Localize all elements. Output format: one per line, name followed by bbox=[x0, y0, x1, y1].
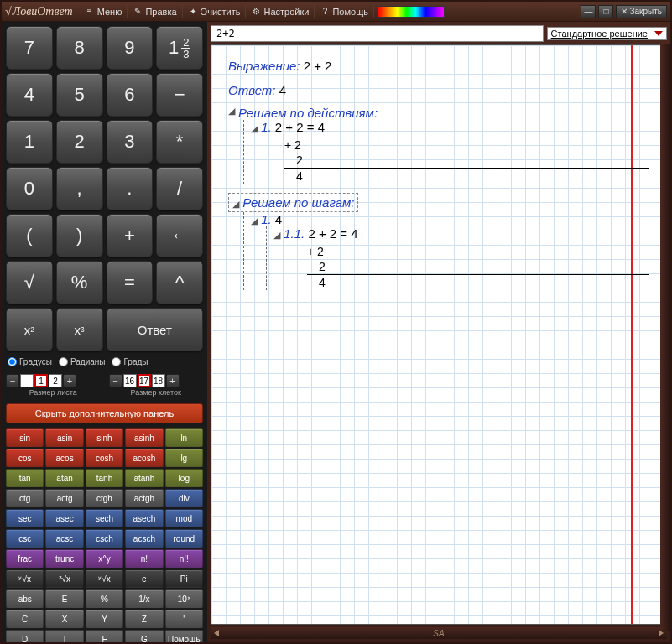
solution-mode-select[interactable]: Стандартное решение bbox=[547, 27, 667, 40]
mode-grads[interactable]: Грады bbox=[112, 357, 148, 366]
key-divide[interactable]: / bbox=[156, 167, 203, 210]
menu-edit[interactable]: ✎Правка bbox=[128, 5, 182, 18]
key-equals[interactable]: = bbox=[107, 261, 154, 304]
fn-asin[interactable]: asin bbox=[45, 428, 83, 447]
fn-asinh[interactable]: asinh bbox=[125, 428, 163, 447]
key-sqrt[interactable]: √ bbox=[6, 261, 53, 304]
fn-ctg[interactable]: ctg bbox=[6, 489, 44, 507]
cell-v1[interactable]: 17 bbox=[138, 374, 151, 387]
key-cube[interactable]: x3 bbox=[56, 308, 103, 351]
fn-csch[interactable]: csch bbox=[86, 529, 123, 548]
fn-1/x[interactable]: 1/x bbox=[125, 589, 163, 608]
fn-sin[interactable]: sin bbox=[6, 428, 44, 447]
fn-D[interactable]: D bbox=[6, 630, 44, 644]
mode-radians[interactable]: Радианы bbox=[59, 357, 106, 366]
fn-sec[interactable]: sec bbox=[6, 509, 44, 527]
fn-mod[interactable]: mod bbox=[165, 509, 203, 527]
fn-C[interactable]: C bbox=[6, 610, 44, 628]
key-plus[interactable]: + bbox=[107, 214, 154, 257]
fn-Pi[interactable]: Pi bbox=[165, 569, 203, 588]
cell-dec[interactable]: − bbox=[109, 374, 122, 387]
fn-tanh[interactable]: tanh bbox=[86, 469, 123, 487]
cell-v0[interactable]: 16 bbox=[123, 374, 137, 387]
fn-acsch[interactable]: acsch bbox=[125, 529, 163, 548]
maximize-button[interactable]: □ bbox=[598, 5, 613, 18]
fn-ʸ√x[interactable]: ʸ√x bbox=[6, 569, 44, 588]
key-multiply[interactable]: * bbox=[156, 120, 203, 164]
key-sq[interactable]: x2 bbox=[6, 308, 53, 351]
sheet-v0[interactable] bbox=[20, 374, 34, 387]
fn-atanh[interactable]: atanh bbox=[125, 469, 163, 487]
key-5[interactable]: 5 bbox=[56, 73, 103, 117]
key-2[interactable]: 2 bbox=[56, 120, 103, 164]
fn-ctgh[interactable]: ctgh bbox=[86, 489, 123, 507]
fn-%[interactable]: % bbox=[86, 589, 123, 608]
sheet-dec[interactable]: − bbox=[6, 374, 19, 387]
toggle-extra-panel[interactable]: Скрыть дополнительную панель bbox=[6, 403, 203, 423]
menu-settings[interactable]: ⚙Настройки bbox=[246, 5, 315, 18]
key-dot[interactable]: . bbox=[107, 167, 154, 210]
fn-abs[interactable]: abs bbox=[6, 589, 44, 608]
key-9[interactable]: 9 bbox=[107, 26, 154, 70]
fn-G[interactable]: G bbox=[125, 630, 163, 644]
fn-sech[interactable]: sech bbox=[86, 509, 123, 527]
key-mixed-frac[interactable]: 123 bbox=[156, 26, 203, 70]
sheet-inc[interactable]: + bbox=[63, 374, 76, 387]
fn-Помощь[interactable]: Помощь bbox=[165, 630, 203, 644]
fn-round[interactable]: round bbox=[165, 529, 203, 548]
fn-X[interactable]: X bbox=[45, 610, 83, 628]
key-0[interactable]: 0 bbox=[6, 167, 53, 210]
fn-lg[interactable]: lg bbox=[165, 449, 203, 467]
fn-acsc[interactable]: acsc bbox=[45, 529, 83, 548]
minimize-button[interactable]: — bbox=[581, 5, 596, 18]
key-4[interactable]: 4 bbox=[6, 73, 53, 117]
menu-clear[interactable]: ✦Очистить bbox=[183, 5, 247, 18]
key-lparen[interactable]: ( bbox=[6, 214, 53, 257]
menu-main[interactable]: ≡Меню bbox=[80, 5, 128, 18]
fn-actg[interactable]: actg bbox=[45, 489, 83, 507]
fn-log[interactable]: log bbox=[165, 469, 203, 487]
key-6[interactable]: 6 bbox=[107, 73, 154, 117]
fn-sinh[interactable]: sinh bbox=[86, 428, 123, 447]
key-power[interactable]: ^ bbox=[156, 261, 203, 304]
h-scrollbar[interactable]: SA bbox=[211, 627, 667, 639]
fn-x^y[interactable]: x^y bbox=[86, 549, 123, 568]
fn-acosh[interactable]: acosh bbox=[125, 449, 163, 467]
fn-csc[interactable]: csc bbox=[6, 529, 44, 548]
fn-frac[interactable]: frac bbox=[6, 549, 44, 568]
key-comma[interactable]: , bbox=[56, 167, 103, 210]
close-button[interactable]: ✕Закрыть bbox=[616, 5, 667, 18]
key-backspace[interactable]: ← bbox=[156, 214, 203, 257]
fn-I[interactable]: I bbox=[45, 630, 83, 644]
menu-help[interactable]: ?Помощь bbox=[315, 5, 374, 18]
fn-cos[interactable]: cos bbox=[6, 449, 44, 467]
fn-actgh[interactable]: actgh bbox=[125, 489, 163, 507]
fn-atan[interactable]: atan bbox=[45, 469, 83, 487]
fn-cosh[interactable]: cosh bbox=[86, 449, 123, 467]
key-answer[interactable]: Ответ bbox=[107, 308, 204, 351]
key-8[interactable]: 8 bbox=[56, 26, 103, 70]
key-7[interactable]: 7 bbox=[6, 26, 53, 70]
fn-ln[interactable]: ln bbox=[165, 428, 203, 447]
fn-asec[interactable]: asec bbox=[45, 509, 83, 527]
fn-'[interactable]: ' bbox=[165, 610, 203, 628]
fn-ʸ√x[interactable]: ʸ√x bbox=[86, 569, 123, 588]
fn-tan[interactable]: tan bbox=[6, 469, 44, 487]
key-percent[interactable]: % bbox=[56, 261, 103, 304]
fn-n![interactable]: n! bbox=[125, 549, 163, 568]
key-rparen[interactable]: ) bbox=[56, 214, 103, 257]
fn-10ˣ[interactable]: 10ˣ bbox=[165, 589, 203, 608]
cell-inc[interactable]: + bbox=[166, 374, 180, 387]
mode-degrees[interactable]: Градусы bbox=[8, 357, 52, 366]
key-3[interactable]: 3 bbox=[107, 120, 154, 164]
v-scrollbar[interactable] bbox=[660, 44, 670, 631]
sheet-v2[interactable]: 2 bbox=[49, 374, 62, 387]
key-1[interactable]: 1 bbox=[6, 120, 53, 164]
key-minus[interactable]: − bbox=[156, 73, 203, 117]
fn-asech[interactable]: asech bbox=[125, 509, 163, 527]
expression-input[interactable] bbox=[211, 25, 544, 42]
fn-trunc[interactable]: trunc bbox=[45, 549, 83, 568]
fn-F[interactable]: F bbox=[86, 630, 123, 644]
fn-Y[interactable]: Y bbox=[86, 610, 123, 628]
cell-v2[interactable]: 18 bbox=[152, 374, 165, 387]
